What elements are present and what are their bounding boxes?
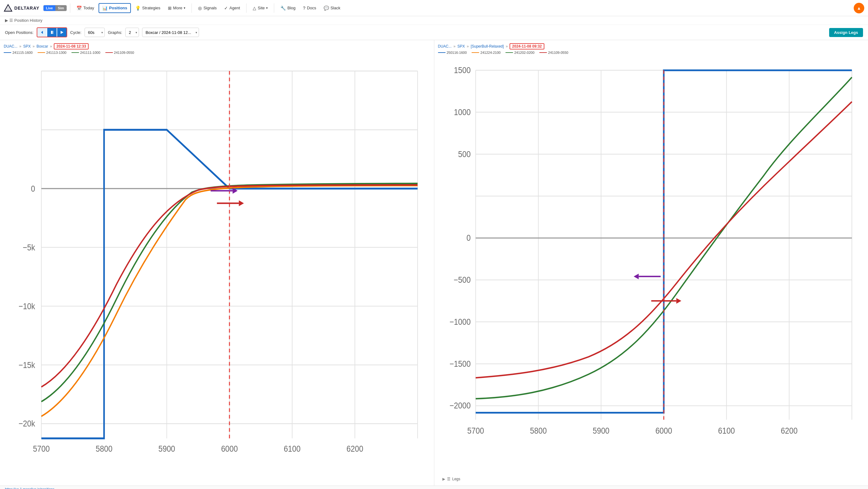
chart2-legend-item-2: 241224-2100	[472, 51, 500, 54]
nav-agent[interactable]: ✓ Agent	[221, 4, 243, 12]
graphs-select[interactable]: 1 2 3 4	[125, 28, 139, 37]
svg-text:5900: 5900	[593, 426, 609, 435]
legs-expand-icon[interactable]: ▶	[442, 477, 445, 481]
svg-rect-4	[53, 31, 53, 34]
chart2-date[interactable]: 2024-11-08 09:32	[509, 43, 544, 50]
chart2-strategy[interactable]: [SuperBull-Relaxed]	[471, 44, 504, 49]
svg-text:5800: 5800	[530, 426, 547, 435]
svg-text:−1500: −1500	[449, 359, 470, 368]
chart1-date[interactable]: 2024-11-08 12:33	[54, 43, 88, 50]
nav-separator	[70, 3, 70, 13]
site-icon: △	[253, 6, 256, 10]
live-sim-toggle[interactable]: Live Sim	[43, 5, 67, 11]
nav-blog[interactable]: 🔧 Blog	[277, 4, 299, 12]
cycle-select[interactable]: 10s 30s 60s 120s 300s	[85, 28, 105, 37]
svg-text:5700: 5700	[467, 426, 484, 435]
nav-more[interactable]: ⊞ More ▾	[165, 4, 189, 12]
breadcrumb-menu-icon: ☰	[9, 18, 13, 23]
svg-text:−20k: −20k	[19, 419, 35, 429]
legs-label: Legs	[452, 477, 460, 481]
svg-marker-2	[41, 31, 43, 34]
nav-signals[interactable]: ◎ Signals	[195, 4, 220, 12]
chart2-legend-item-1: 250116-1600	[438, 51, 467, 54]
avatar[interactable]: ▲	[854, 3, 864, 13]
svg-marker-5	[61, 31, 63, 34]
svg-text:−2000: −2000	[449, 401, 470, 410]
breadcrumb: ▶ ☰ Position History	[0, 16, 868, 25]
svg-marker-70	[633, 274, 639, 279]
chart2-legend-line-red	[539, 52, 547, 53]
today-icon: 📅	[76, 6, 82, 10]
boxcar-select-wrap: Boxcar / 2024-11-08 12... ▾	[142, 28, 199, 37]
nav-positions[interactable]: 📊 Positions	[98, 3, 131, 13]
breadcrumb-label: Position History	[14, 18, 42, 23]
blog-icon: 🔧	[280, 6, 286, 10]
chart2-legend: 250116-1600 241224-2100 241202-0200 2411…	[438, 51, 865, 54]
play-button[interactable]	[57, 28, 66, 37]
svg-text:0: 0	[31, 183, 35, 194]
assign-legs-button[interactable]: Assign Legs	[829, 28, 863, 37]
svg-text:0: 0	[466, 233, 470, 242]
chevron-down-icon: ▾	[184, 6, 185, 10]
nav-site[interactable]: △ Site ▾	[250, 4, 271, 12]
svg-text:−5k: −5k	[23, 242, 35, 252]
chart2-legend-item-4: 241109-0550	[539, 51, 568, 54]
bottom-bar: https://us-1.mesolive.io/positions	[0, 486, 868, 489]
chart2-account[interactable]: DUAC...	[438, 44, 452, 49]
legend-item-3: 241111-1000	[71, 51, 100, 54]
chart1-legend: 241115-1600 241113-1300 241111-1000 2411…	[4, 51, 430, 54]
chart2-legend-line-orange	[472, 52, 479, 53]
svg-text:1000: 1000	[454, 108, 471, 117]
svg-text:1500: 1500	[454, 66, 471, 75]
svg-text:−15k: −15k	[19, 360, 35, 370]
graphs-select-wrap: 1 2 3 4 ▾	[125, 28, 139, 37]
nav-today[interactable]: 📅 Today	[73, 4, 97, 12]
chart2-legend-line-blue	[438, 52, 445, 53]
cycle-select-wrap: 10s 30s 60s 120s 300s ▾	[85, 28, 105, 37]
chart1-strategy[interactable]: Boxcar	[36, 44, 48, 49]
logo-area: DELTARAY	[4, 4, 39, 12]
legs-menu-icon: ☰	[447, 477, 451, 481]
charts-area: DUAC... » SPX » Boxcar » 2024-11-08 12:3…	[0, 40, 868, 486]
svg-marker-72	[676, 298, 681, 304]
slack-icon: 💬	[323, 6, 329, 10]
svg-text:6200: 6200	[347, 443, 364, 454]
legend-line-blue	[4, 52, 11, 53]
svg-text:−1000: −1000	[449, 317, 470, 326]
chart2-legend-item-3: 241202-0200	[505, 51, 534, 54]
footer-url[interactable]: https://us-1.mesolive.io/positions	[5, 487, 54, 489]
breadcrumb-toggle-icon[interactable]: ▶	[5, 18, 8, 23]
more-icon: ⊞	[168, 6, 172, 10]
nav-separator-3	[246, 3, 247, 13]
boxcar-select[interactable]: Boxcar / 2024-11-08 12...	[142, 28, 199, 37]
svg-text:6100: 6100	[284, 443, 301, 454]
legend-item-4: 241109-0550	[105, 51, 134, 54]
sim-button[interactable]: Sim	[55, 5, 66, 11]
chart2-breadcrumb: DUAC... » SPX » [SuperBull-Relaxed] » 20…	[438, 43, 865, 50]
docs-icon: ?	[303, 6, 306, 10]
nav-separator-2	[191, 3, 192, 13]
cycle-label: Cycle:	[70, 30, 82, 35]
legend-line-red	[105, 52, 113, 53]
toolbar: Open Positions: Cycle: 10s 30s 60s 120s …	[0, 25, 868, 40]
play-step-button[interactable]	[47, 28, 57, 37]
nav-separator-4	[274, 3, 274, 13]
chart1-symbol[interactable]: SPX	[23, 44, 31, 49]
live-button[interactable]: Live	[43, 5, 55, 11]
svg-text:5800: 5800	[96, 443, 113, 454]
nav-strategies[interactable]: 💡 Strategies	[132, 4, 163, 12]
nav-docs[interactable]: ? Docs	[300, 4, 319, 12]
chart2-symbol[interactable]: SPX	[457, 44, 465, 49]
svg-text:−10k: −10k	[19, 301, 35, 311]
chart1-svg-area: 0 −5k −10k −15k −20k 5700 5800 5900 6000…	[4, 56, 430, 483]
position-controls	[37, 27, 67, 37]
positions-icon: 📊	[102, 6, 107, 10]
legs-row: ▶ ☰ Legs	[438, 476, 865, 483]
nav-slack[interactable]: 💬 Slack	[320, 4, 344, 12]
chevron-down-icon-2: ▾	[266, 6, 268, 10]
agent-icon: ✓	[224, 6, 228, 10]
chart-panel-1: DUAC... » SPX » Boxcar » 2024-11-08 12:3…	[0, 40, 434, 486]
legend-item-1: 241115-1600	[4, 51, 33, 54]
chart1-account[interactable]: DUAC...	[4, 44, 18, 49]
prev-button[interactable]	[37, 28, 46, 37]
